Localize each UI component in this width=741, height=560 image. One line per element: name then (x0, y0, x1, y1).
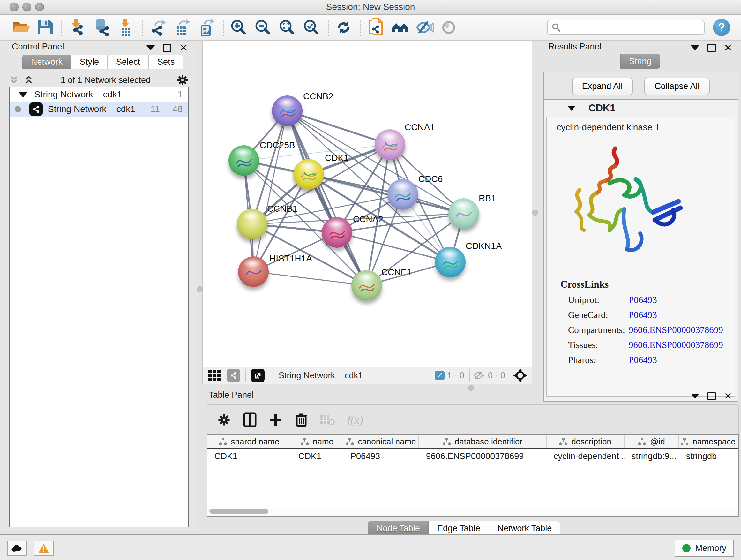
crosslink-link[interactable]: P06493 (629, 355, 657, 365)
import-table-icon[interactable] (116, 17, 136, 37)
cloud-status-button[interactable] (7, 541, 27, 556)
table-cell[interactable]: 9606.ENSP00000378699 (419, 451, 547, 461)
network-node-HIST1H1A[interactable] (238, 256, 269, 287)
network-node-CDKN1A[interactable] (435, 247, 466, 277)
warning-status-button[interactable] (34, 541, 54, 556)
add-column-icon[interactable] (269, 413, 283, 427)
search-field[interactable] (547, 20, 704, 35)
crosslink-link[interactable]: 9606.ENSP00000378699 (629, 340, 723, 350)
export-network-icon[interactable] (148, 17, 168, 37)
expand-all-icon[interactable] (23, 75, 35, 85)
network-node-CDC6[interactable] (387, 179, 418, 210)
table-cell[interactable]: CDK1 (291, 451, 343, 461)
network-edge-HIST1H1A-CCNE1[interactable] (253, 272, 367, 286)
network-node-CCNB1[interactable] (237, 209, 267, 240)
column-header--id[interactable]: @id (624, 435, 679, 448)
crosslink-link[interactable]: P06493 (629, 295, 657, 305)
table-horizontal-scrollbar[interactable] (207, 508, 739, 516)
gene-expand-icon[interactable] (567, 106, 576, 111)
network-edge-CCNB2-CCNA1[interactable] (287, 111, 390, 145)
network-view-icon[interactable] (227, 369, 240, 382)
node-label-RB1: RB1 (479, 193, 496, 203)
column-header-namespace[interactable]: namespace (679, 435, 738, 448)
network-row-selected[interactable]: String Network – cdk1 11 48 (10, 102, 188, 117)
network-node-CCNA2[interactable] (322, 217, 352, 248)
network-node-CCNA1[interactable] (375, 129, 405, 160)
zoom-out-icon[interactable] (253, 17, 273, 37)
collapse-all-button[interactable]: Collapse All (644, 78, 710, 95)
grid-mode-icon[interactable] (208, 369, 221, 382)
panel-menu-icon[interactable] (691, 394, 699, 399)
network-node-CDK1[interactable] (293, 159, 324, 190)
save-session-icon[interactable] (35, 17, 55, 37)
memory-button[interactable]: Memory (675, 540, 734, 557)
expand-all-button[interactable]: Expand All (572, 78, 633, 95)
table-options-gear-icon[interactable] (217, 413, 231, 427)
network-node-CCNE1[interactable] (351, 270, 382, 301)
tab-sets[interactable]: Sets (149, 55, 183, 69)
right-splitter-handle[interactable] (532, 210, 538, 215)
panel-close-icon[interactable]: ✕ (724, 43, 732, 53)
crosslink-link[interactable]: P06493 (629, 310, 657, 320)
refresh-icon[interactable] (334, 17, 354, 37)
tab-string[interactable]: String (620, 54, 660, 69)
panel-menu-icon[interactable] (146, 45, 155, 51)
network-edge-CCNB2-HIST1H1A[interactable] (253, 111, 287, 272)
network-node-CDC25B[interactable] (228, 145, 259, 176)
tab-network-table[interactable]: Network Table (489, 521, 561, 536)
tab-network[interactable]: Network (22, 55, 71, 69)
birdseye-icon[interactable] (513, 368, 528, 383)
hide-graphics-icon[interactable] (414, 17, 434, 37)
selected-checkbox-icon[interactable]: ✓ (435, 371, 445, 380)
table-cell[interactable]: stringdb:9... (624, 451, 679, 461)
network-document-icon[interactable] (366, 17, 386, 37)
network-collection-row[interactable]: String Network – cdk1 1 (10, 87, 188, 102)
delete-column-icon[interactable] (295, 413, 308, 427)
collapse-all-icon[interactable] (9, 75, 20, 85)
homes-icon[interactable] (390, 17, 410, 37)
tab-select[interactable]: Select (108, 55, 149, 69)
column-header-shared-name[interactable]: shared name (207, 435, 291, 448)
detach-view-icon[interactable] (251, 369, 265, 382)
collection-expand-icon[interactable] (18, 92, 27, 98)
table-cell[interactable]: stringdb (679, 451, 738, 461)
export-image-icon[interactable] (197, 17, 216, 37)
panel-float-icon[interactable] (708, 392, 716, 400)
network-view-canvas[interactable]: CCNB2CCNA1CDC25BCDK1CDC6RB1CCNB1CCNA2CDK… (202, 41, 532, 367)
table-cell[interactable]: CDK1 (207, 451, 291, 461)
panel-menu-icon[interactable] (691, 45, 699, 51)
column-header-database-identifier[interactable]: database identifier (419, 435, 547, 448)
scrollbar-thumb[interactable] (209, 509, 268, 514)
help-icon[interactable]: ? (713, 19, 730, 36)
show-graphics-icon[interactable] (439, 17, 459, 37)
search-input[interactable] (564, 22, 700, 33)
gene-section-header[interactable]: CDK1 (544, 100, 738, 117)
panel-close-icon[interactable]: ✕ (180, 43, 188, 53)
open-session-icon[interactable] (11, 17, 30, 37)
zoom-in-icon[interactable] (229, 17, 249, 37)
table-cell[interactable]: cyclin-dependent ... (547, 451, 624, 461)
network-node-RB1[interactable] (448, 198, 479, 229)
network-node-CCNB2[interactable] (272, 96, 302, 126)
tab-style[interactable]: Style (71, 55, 108, 69)
network-options-gear-icon[interactable] (176, 74, 189, 86)
crosslink-link[interactable]: 9606.ENSP00000378699 (629, 325, 723, 335)
zoom-fit-icon[interactable] (277, 17, 297, 37)
panel-float-icon[interactable] (708, 44, 716, 52)
table-row[interactable]: CDK1CDK1P064939606.ENSP00000378699cyclin… (207, 449, 738, 463)
column-header-description[interactable]: description (547, 435, 624, 448)
panel-close-icon[interactable]: ✕ (724, 391, 732, 401)
protein-thumbnail (278, 103, 297, 122)
import-network-database-icon[interactable] (91, 17, 111, 37)
column-header-canonical-name[interactable]: canonical name (343, 435, 419, 448)
table-cell[interactable]: P06493 (343, 451, 419, 461)
export-table-icon[interactable] (172, 17, 192, 37)
import-network-file-icon[interactable] (67, 17, 87, 37)
panel-float-icon[interactable] (163, 44, 172, 52)
left-splitter-handle[interactable] (197, 287, 203, 292)
tab-node-table[interactable]: Node Table (368, 521, 428, 536)
show-columns-icon[interactable] (243, 413, 257, 427)
tab-edge-table[interactable]: Edge Table (428, 521, 489, 536)
column-header-name[interactable]: name (291, 435, 343, 448)
zoom-selected-icon[interactable] (301, 17, 321, 37)
